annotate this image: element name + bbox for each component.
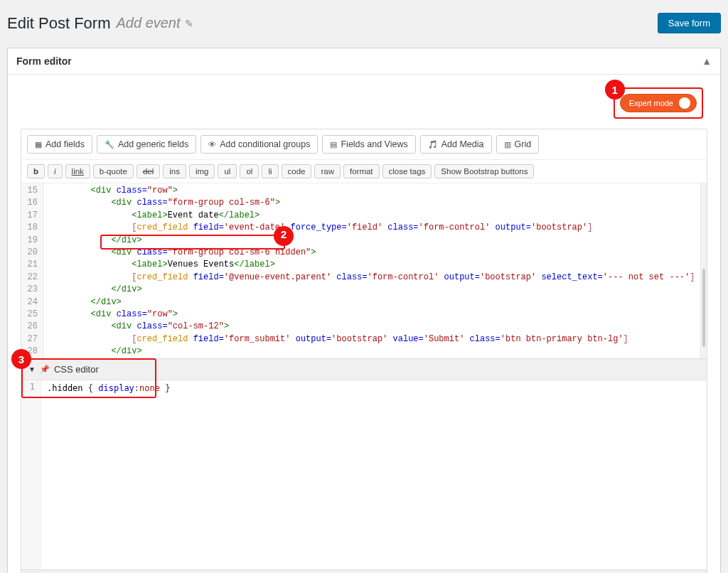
quicktags-toolbar: b i link b-quote del ins img ul ol li co… — [21, 160, 707, 183]
wrench-icon: 🔧 — [105, 140, 114, 149]
editor-inner-panel: ▦Add fields 🔧Add generic fields 👁Add con… — [21, 129, 707, 573]
form-editor-panel: Form editor ▲ 1 Expert mode ▦Add fields … — [7, 48, 721, 573]
expert-mode-toggle[interactable]: Expert mode — [620, 94, 697, 112]
qt-img[interactable]: img — [189, 164, 215, 178]
panel-header[interactable]: Form editor ▲ — [8, 48, 720, 75]
css-gutter: 1 — [21, 380, 41, 569]
css-editor-section: 3 ▼ 📌 CSS editor 1 .hidden { display:non… — [21, 358, 707, 569]
pin-icon: 📌 — [40, 365, 50, 374]
qt-bold[interactable]: b — [27, 164, 45, 178]
qt-close-tags[interactable]: close tags — [382, 164, 432, 178]
expert-mode-highlight: 1 Expert mode — [614, 87, 703, 119]
add-media-button[interactable]: 🎵Add Media — [420, 135, 492, 154]
qt-ins[interactable]: ins — [163, 164, 186, 178]
scrollbar[interactable] — [700, 183, 707, 358]
add-conditional-groups-button[interactable]: 👁Add conditional groups — [200, 135, 318, 154]
callout-1: 1 — [605, 80, 625, 100]
js-editor-header[interactable]: ▼ JS editor — [21, 569, 707, 573]
page-subtitle[interactable]: Add event — [116, 15, 180, 31]
eye-icon: 👁 — [208, 140, 216, 149]
css-editor-header[interactable]: ▼ 📌 CSS editor — [21, 359, 707, 380]
grid-layout-icon: ▥ — [504, 140, 511, 149]
add-fields-button[interactable]: ▦Add fields — [27, 135, 92, 154]
add-generic-fields-button[interactable]: 🔧Add generic fields — [97, 135, 196, 154]
qt-del[interactable]: del — [136, 164, 160, 178]
qt-code[interactable]: code — [282, 164, 312, 178]
media-icon: 🎵 — [428, 140, 438, 149]
qt-li[interactable]: li — [262, 164, 278, 178]
page-title: Edit Post Form — [7, 14, 110, 33]
code-editor[interactable]: 1516171819202122232425262728293031 <div … — [21, 183, 707, 358]
css-editor-title: CSS editor — [54, 364, 99, 375]
line-gutter: 1516171819202122232425262728293031 — [21, 183, 44, 358]
toggle-knob — [679, 97, 690, 109]
chevron-down-icon: ▼ — [28, 365, 36, 373]
css-content[interactable]: .hidden { display:none } — [41, 380, 707, 569]
expert-mode-label: Expert mode — [629, 99, 673, 107]
qt-ul[interactable]: ul — [218, 164, 237, 178]
qt-show-bootstrap[interactable]: Show Bootstrap buttons — [434, 164, 534, 178]
callout-3: 3 — [11, 349, 31, 369]
qt-italic[interactable]: i — [48, 164, 63, 178]
qt-ol[interactable]: ol — [240, 164, 259, 178]
scrollbar-thumb[interactable] — [702, 269, 705, 347]
qt-raw[interactable]: raw — [314, 164, 341, 178]
fields-and-views-button[interactable]: ▤Fields and Views — [322, 135, 415, 154]
save-form-button[interactable]: Save form — [658, 13, 721, 33]
qt-format[interactable]: format — [343, 164, 380, 178]
collapse-icon[interactable]: ▲ — [702, 55, 712, 67]
qt-link[interactable]: link — [65, 164, 90, 178]
page-header: Edit Post Form Add event ✎ Save form — [7, 7, 721, 41]
edit-icon[interactable]: ✎ — [185, 18, 193, 29]
css-editor-area[interactable]: 1 .hidden { display:none } — [21, 380, 707, 569]
expert-mode-row: 1 Expert mode — [21, 85, 707, 129]
callout-2: 2 — [274, 226, 294, 246]
main-toolbar: ▦Add fields 🔧Add generic fields 👁Add con… — [21, 129, 707, 160]
grid-button[interactable]: ▥Grid — [496, 135, 540, 154]
code-content[interactable]: <div class="row"> <div class="form-group… — [44, 183, 700, 358]
panel-title: Form editor — [16, 55, 72, 67]
grid-icon: ▦ — [35, 140, 42, 149]
qt-bquote[interactable]: b-quote — [93, 164, 134, 178]
views-icon: ▤ — [330, 140, 337, 149]
